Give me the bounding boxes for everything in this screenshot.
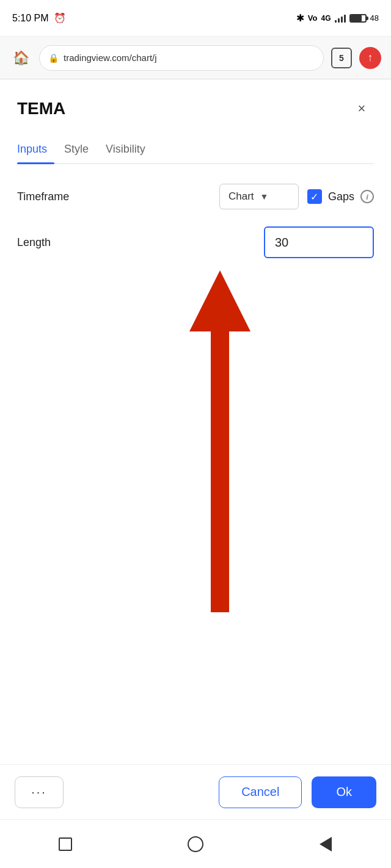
more-button[interactable]: ··· <box>15 776 64 808</box>
carrier-label: Vo <box>308 13 318 23</box>
footer-actions: Cancel Ok <box>219 776 376 808</box>
tab-inputs[interactable]: Inputs <box>17 136 64 163</box>
update-button[interactable]: ↑ <box>359 47 381 69</box>
dialog-area: TEMA × Inputs Style Visibility Timeframe… <box>0 79 391 637</box>
tab-visibility[interactable]: Visibility <box>106 136 163 163</box>
tab-style[interactable]: Style <box>64 136 106 163</box>
battery-percent: 48 <box>370 13 379 23</box>
timeframe-dropdown[interactable]: Chart ▼ <box>219 184 299 209</box>
battery-icon <box>349 14 367 23</box>
red-arrow-icon <box>183 270 257 612</box>
home-button[interactable]: 🏠 <box>10 47 32 69</box>
timeframe-value: Chart <box>228 190 254 203</box>
svg-marker-0 <box>189 270 250 612</box>
tab-badge[interactable]: 5 <box>331 48 352 68</box>
close-button[interactable]: × <box>349 96 374 121</box>
dropdown-arrow-icon: ▼ <box>260 192 269 201</box>
dialog-footer: ··· Cancel Ok <box>0 764 391 819</box>
length-input[interactable] <box>264 226 374 258</box>
signal-bars <box>335 14 346 23</box>
nav-square-button[interactable] <box>53 832 78 856</box>
timeframe-row: Timeframe Chart ▼ ✓ Gaps i <box>17 184 374 209</box>
nav-back-button[interactable] <box>313 832 338 856</box>
gaps-info-icon[interactable]: i <box>360 190 374 203</box>
dialog-header: TEMA × <box>17 79 374 136</box>
cancel-button[interactable]: Cancel <box>219 776 302 808</box>
tabs-row: Inputs Style Visibility <box>17 136 374 164</box>
alarm-icon: ⏰ <box>54 12 66 24</box>
url-bar[interactable]: 🔒 tradingview.com/chart/j <box>39 45 324 71</box>
lock-icon: 🔒 <box>48 53 59 63</box>
gaps-label: Gaps <box>328 190 354 203</box>
bluetooth-icon: ✱ <box>296 12 304 24</box>
length-label: Length <box>17 236 51 249</box>
length-row: Length <box>17 226 374 258</box>
network-label: 4G <box>321 14 331 23</box>
back-nav-icon <box>320 837 332 852</box>
url-text: tradingview.com/chart/j <box>64 52 157 63</box>
arrow-annotation <box>17 270 374 637</box>
dialog-title: TEMA <box>17 99 65 118</box>
time-display: 5:10 PM <box>12 13 49 24</box>
square-nav-icon <box>59 837 72 851</box>
timeframe-label: Timeframe <box>17 190 69 203</box>
ok-button[interactable]: Ok <box>312 776 376 808</box>
timeframe-controls: Chart ▼ ✓ Gaps i <box>219 184 374 209</box>
gaps-checkbox-wrapper: ✓ Gaps i <box>307 189 374 204</box>
circle-nav-icon <box>188 836 203 852</box>
gaps-checkbox[interactable]: ✓ <box>307 189 322 204</box>
status-bar: 5:10 PM ⏰ ✱ Vo 4G 48 <box>0 0 391 37</box>
android-nav-bar <box>0 819 391 868</box>
browser-bar: 🏠 🔒 tradingview.com/chart/j 5 ↑ <box>0 37 391 79</box>
nav-home-button[interactable] <box>183 832 208 856</box>
